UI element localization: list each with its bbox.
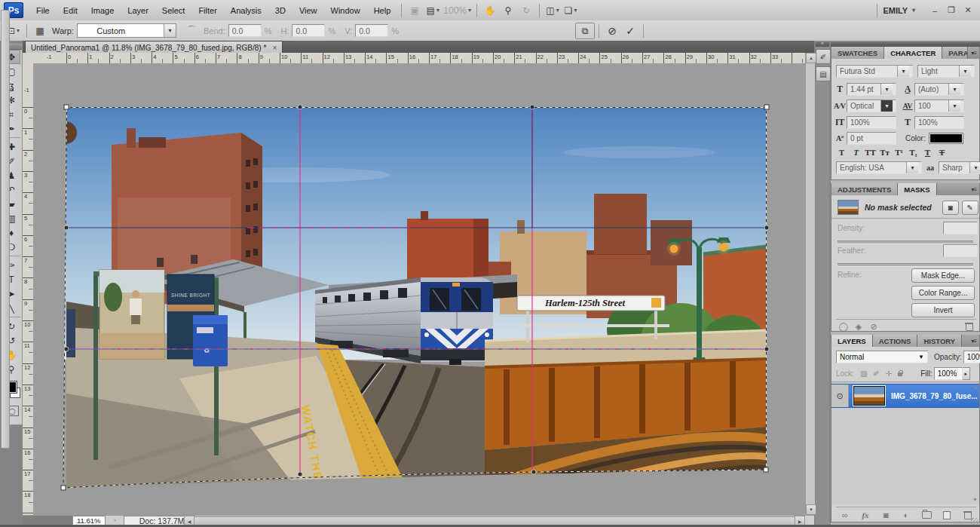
style-sub-button[interactable]: T₁ (906, 146, 920, 158)
horizontal-scale-input[interactable]: 100% (914, 116, 964, 129)
ruler-corner[interactable] (23, 53, 34, 64)
arrange-documents-icon[interactable]: ◫▾ (544, 3, 562, 18)
load-selection-icon[interactable]: ◯ (836, 321, 851, 332)
brushes-panel-icon[interactable]: ✐ (816, 49, 831, 64)
panel-menu-icon[interactable]: ▾≡ (968, 183, 979, 195)
feather-slider[interactable] (838, 263, 973, 267)
lock-paint-icon[interactable]: ✐ (873, 369, 879, 378)
rotate-view-icon[interactable]: ↻ (517, 3, 535, 18)
v-input[interactable]: 0.0 (355, 24, 388, 37)
panel-menu-icon[interactable]: ▾≡ (968, 47, 979, 59)
menu-item-help[interactable]: Help (367, 1, 398, 20)
chevron-down-icon[interactable]: ▾ (164, 24, 176, 37)
layer-name[interactable]: IMG_3678_79_80_fuse... (891, 392, 978, 400)
menu-item-select[interactable]: Select (155, 1, 192, 20)
apply-mask-icon[interactable]: ◈ (851, 321, 866, 332)
add-layer-mask-icon[interactable]: ◙ (878, 510, 893, 520)
new-layer-icon[interactable] (939, 510, 954, 520)
list-scroll-down-icon[interactable]: ▼ (972, 497, 978, 502)
horizontal-scrollbar[interactable]: ◀ ▶ (184, 516, 805, 525)
style-b-button[interactable]: T (835, 146, 849, 158)
vertical-scale-input[interactable]: 100% (847, 116, 896, 129)
view-extras-icon[interactable]: ▤▾ (424, 3, 442, 18)
menu-item-filter[interactable]: Filter (191, 1, 223, 20)
h-input[interactable]: 0.0 (292, 24, 325, 37)
hand-tool-icon[interactable]: ✋ (481, 3, 499, 18)
menu-item-analysis[interactable]: Analysis (224, 1, 268, 20)
layer-style-icon[interactable]: fx (858, 510, 873, 520)
layer-row[interactable]: ⊙ IMG_3678_79_80_fuse... (831, 384, 979, 408)
close-button[interactable]: ✕ (960, 4, 975, 17)
font-family-select[interactable]: Futura Std▾ (836, 65, 913, 78)
workspace-switcher[interactable]: EMILY▾ (883, 6, 915, 15)
warp-style-dropdown[interactable]: Custom ▾ (77, 23, 176, 38)
vertical-scroll-thumb[interactable] (1, 10, 10, 449)
switch-transform-mode-button[interactable]: ⧉ (575, 23, 595, 39)
lock-transparency-icon[interactable]: ▨ (860, 369, 867, 378)
style-und-button[interactable]: T (920, 146, 935, 158)
tab-paragraph[interactable]: PARAGRAPH (942, 47, 968, 59)
menu-item-edit[interactable]: Edit (57, 1, 84, 20)
menu-item-layer[interactable]: Layer (121, 1, 155, 20)
new-group-icon[interactable] (919, 510, 934, 520)
add-pixel-mask-button[interactable]: ◙ (942, 201, 959, 215)
screen-mode-icon[interactable]: ❏▾ (562, 3, 580, 18)
menu-item-view[interactable]: View (292, 1, 324, 20)
style-i-button[interactable]: T (849, 146, 863, 158)
scroll-up-icon[interactable]: ▲ (806, 53, 816, 63)
style-smc-button[interactable]: Tᴛ (877, 146, 892, 158)
add-vector-mask-button[interactable]: ✎ (962, 201, 978, 215)
adjustment-layer-icon[interactable]: ◐ (899, 510, 914, 520)
tab-swatches[interactable]: SWATCHES (831, 47, 884, 59)
panel-menu-icon[interactable]: ▾≡ (968, 335, 979, 347)
layer-thumbnail[interactable] (853, 386, 885, 406)
list-scroll-up-icon[interactable]: ▲ (972, 385, 978, 390)
zoom-tool-icon[interactable]: ⚲ (499, 3, 517, 18)
collapse-dock-icon[interactable]: « (816, 42, 829, 47)
language-select[interactable]: English: USA▾ (836, 161, 922, 174)
menu-item-window[interactable]: Window (324, 1, 367, 20)
launch-bridge-icon[interactable]: ▣ (406, 3, 424, 18)
invert-button[interactable]: Invert (911, 303, 975, 317)
opacity-input[interactable]: 100% (963, 351, 980, 363)
link-layers-icon[interactable]: ∞ (838, 510, 853, 520)
layer-list[interactable]: ⊙ IMG_3678_79_80_fuse... ▲ ▼ (831, 381, 979, 504)
tracking-select[interactable]: 100▾ (914, 100, 964, 112)
delete-mask-icon[interactable] (961, 321, 976, 332)
tab-masks[interactable]: MASKS (898, 183, 936, 195)
lock-position-icon[interactable]: ✛ (886, 369, 892, 378)
layer-visibility-toggle[interactable]: ⊙ (831, 385, 849, 407)
font-style-select[interactable]: Light▾ (917, 65, 975, 78)
mask-edge-button[interactable]: Mask Edge... (911, 268, 975, 283)
lock-all-icon[interactable] (898, 369, 904, 378)
tab-adjustments[interactable]: ADJUSTMENTS (831, 183, 898, 195)
style-sup-button[interactable]: T¹ (892, 146, 906, 158)
kerning-select[interactable]: Optical▾ (847, 100, 896, 112)
anti-alias-select[interactable]: Sharp▾ (939, 161, 980, 174)
fill-spinner-icon[interactable]: ▸ (963, 367, 970, 380)
style-str-button[interactable]: T (935, 146, 949, 158)
restore-button[interactable]: ❐ (944, 4, 959, 17)
warp-orientation-icon[interactable]: ⌒ (182, 23, 201, 38)
disable-mask-icon[interactable]: ⊘ (866, 321, 881, 332)
cancel-transform-button[interactable]: ⊘ (603, 23, 621, 38)
tab-history[interactable]: HISTORY (917, 335, 962, 347)
menu-item-3d[interactable]: 3D (268, 1, 292, 20)
fill-input[interactable]: 100% (934, 367, 963, 380)
commit-transform-button[interactable]: ✓ (621, 23, 639, 38)
menu-item-image[interactable]: Image (84, 1, 121, 20)
blend-mode-select[interactable]: Normal▼ (836, 351, 928, 363)
document-tab[interactable]: Untitled_Panorama1 @ 11.8% (IMG_3678_79_… (25, 41, 283, 54)
density-input[interactable] (943, 222, 978, 234)
baseline-shift-input[interactable]: 0 pt (847, 132, 896, 145)
feather-input[interactable] (943, 244, 978, 257)
scroll-down-icon[interactable]: ▼ (806, 504, 816, 515)
color-range-button[interactable]: Color Range... (911, 286, 975, 300)
tab-character[interactable]: CHARACTER (884, 47, 942, 59)
minimize-button[interactable]: – (927, 4, 942, 17)
menu-item-file[interactable]: File (29, 1, 57, 20)
leading-select[interactable]: (Auto)▾ (914, 83, 964, 96)
font-size-select[interactable]: 1.44 pt▾ (847, 83, 896, 96)
vertical-scrollbar[interactable]: ▲ ▼ (805, 53, 815, 515)
text-color-swatch[interactable] (929, 133, 963, 144)
